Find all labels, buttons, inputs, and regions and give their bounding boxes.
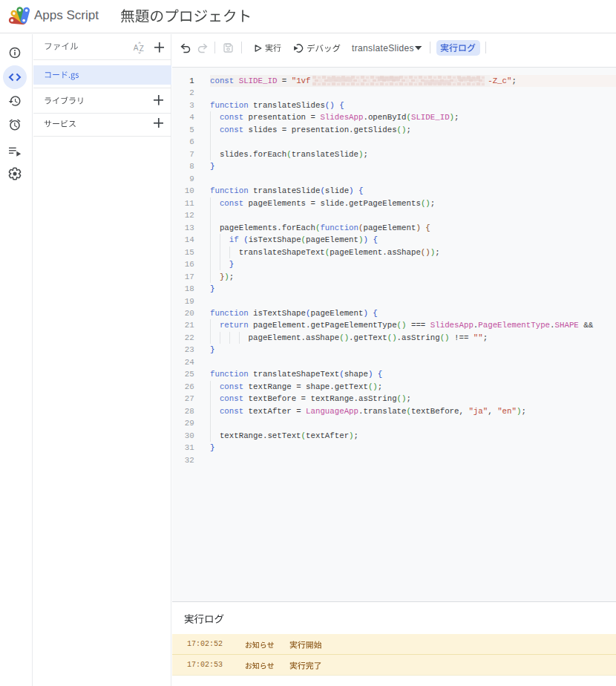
svg-text:A: A [134, 44, 139, 52]
svg-text:Z: Z [140, 45, 144, 53]
